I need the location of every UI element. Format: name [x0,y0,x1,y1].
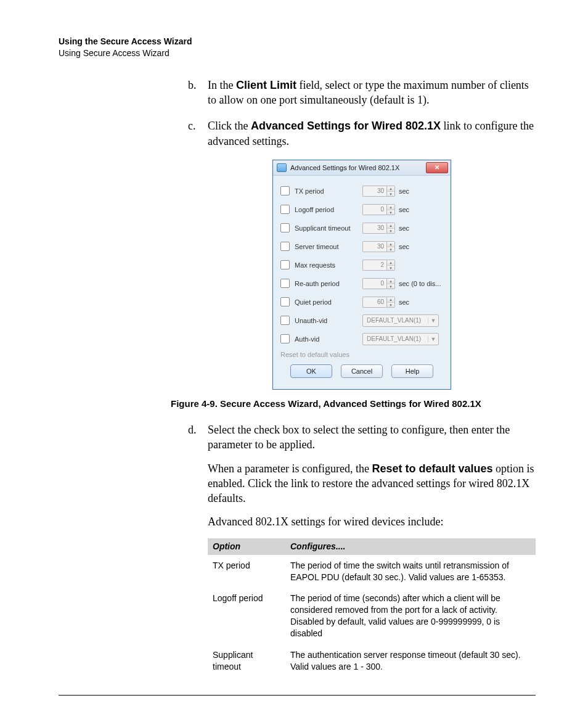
spinner-reauth-period[interactable]: 0 ▲▼ [362,278,395,289]
footer-rule [59,695,536,696]
bold-term: Client Limit [236,79,296,91]
spinner-value: 30 [362,186,386,197]
combo-value: DEFAULT_VLAN(1) [363,334,428,344]
col-header-option: Option [208,538,285,555]
label: Unauth-vid [295,317,362,324]
chevron-up-icon: ▲ [387,223,394,229]
unit-label: sec [399,224,409,232]
unit-label: sec (0 to dis... [399,280,441,287]
spinner-logoff-period[interactable]: 0 ▲▼ [362,204,395,215]
spinner-buttons[interactable]: ▲▼ [386,278,395,289]
dialog-title: Advanced Settings for Wired 802.1X [290,164,422,171]
spinner-buttons[interactable]: ▲▼ [386,204,395,215]
spinner-value: 0 [362,278,386,289]
spinner-buttons[interactable]: ▲▼ [386,260,395,271]
dialog-titlebar: Advanced Settings for Wired 802.1X ✕ [273,160,451,176]
spinner-value: 30 [362,223,386,234]
cell-option: Logoff period [208,588,285,644]
checkbox-reauth-period[interactable] [280,279,290,288]
row-max-requests: Max requests 2 ▲▼ [280,256,443,274]
paragraph: Select the check box to select the setti… [208,422,536,453]
cell-option: Supplicant timeout [208,644,285,678]
spinner-buttons[interactable]: ▲▼ [386,223,395,234]
paragraph: Advanced 802.1X settings for wired devic… [208,514,536,529]
chevron-down-icon: ▼ [387,247,394,252]
spinner-quiet-period[interactable]: 60 ▲▼ [362,297,395,308]
chevron-down-icon: ▼ [387,210,394,215]
label: Quiet period [295,298,362,306]
row-quiet-period: Quiet period 60 ▲▼ sec [280,293,443,311]
chevron-down-icon: ▼ [387,229,394,234]
spinner-server-timeout[interactable]: 30 ▲▼ [362,241,395,252]
row-unauth-vid: Unauth-vid DEFAULT_VLAN(1) ▼ [280,311,443,330]
cell-configures: The period of time the switch waits unti… [285,555,536,588]
checkbox-auth-vid[interactable] [280,334,290,343]
combo-unauth-vid[interactable]: DEFAULT_VLAN(1) ▼ [362,314,439,327]
unit-label: sec [399,206,409,213]
chevron-up-icon: ▲ [387,297,394,303]
text-fragment: When a parameter is configured, the [208,462,372,475]
cancel-button[interactable]: Cancel [341,364,383,378]
step-text: Click the Advanced Settings for Wired 80… [208,118,536,149]
chevron-up-icon: ▲ [387,279,394,284]
chevron-down-icon: ▼ [387,192,394,197]
spinner-max-requests[interactable]: 2 ▲▼ [362,260,395,271]
header-title: Using the Secure Access Wizard [59,36,536,47]
checkbox-max-requests[interactable] [280,260,290,269]
header-subtitle: Using Secure Access Wizard [59,47,536,59]
label: Auth-vid [295,335,362,343]
chevron-up-icon: ▲ [387,260,394,266]
figure-caption: Figure 4-9. Secure Access Wizard, Advanc… [171,398,536,409]
spinner-supplicant-timeout[interactable]: 30 ▲▼ [362,223,395,234]
close-button[interactable]: ✕ [426,162,448,173]
step-marker: b. [188,78,208,108]
reset-link[interactable]: Reset to default values [280,348,443,364]
spinner-value: 0 [362,204,386,215]
dialog-button-bar: OK Cancel Help [280,364,443,385]
label: Supplicant timeout [295,224,362,232]
step-marker: c. [188,118,208,149]
unit-label: sec [399,243,409,250]
spinner-value: 2 [362,260,386,271]
label: Logoff period [295,206,362,213]
chevron-up-icon: ▲ [387,242,394,247]
unit-label: sec [399,187,409,195]
spinner-tx-period[interactable]: 30 ▲▼ [362,186,395,197]
spinner-buttons[interactable]: ▲▼ [386,241,395,252]
table-header-row: Option Configures.... [208,538,536,555]
close-icon: ✕ [435,164,439,171]
checkbox-quiet-period[interactable] [280,297,290,306]
chevron-down-icon: ▼ [387,284,394,289]
combo-value: DEFAULT_VLAN(1) [363,316,428,326]
help-button[interactable]: Help [391,364,433,378]
checkbox-server-timeout[interactable] [280,242,290,251]
col-header-configures: Configures.... [285,538,536,555]
combo-auth-vid[interactable]: DEFAULT_VLAN(1) ▼ [362,333,439,345]
step-b: b. In the Client Limit field, select or … [188,78,536,108]
label: Re-auth period [295,280,362,287]
row-supplicant-timeout: Supplicant timeout 30 ▲▼ sec [280,219,443,237]
bold-term: Reset to default values [372,462,492,475]
ok-button[interactable]: OK [290,364,332,378]
spinner-value: 60 [362,297,386,308]
checkbox-tx-period[interactable] [280,186,290,195]
table-row: Supplicant timeout The authentication se… [208,644,536,678]
step-text: In the Client Limit field, select or typ… [208,78,536,108]
spinner-buttons[interactable]: ▲▼ [386,297,395,308]
checkbox-logoff-period[interactable] [280,205,290,214]
bold-term: Advanced Settings for Wired 802.1X [251,120,441,132]
unit-label: sec [399,298,409,306]
advanced-settings-dialog: Advanced Settings for Wired 802.1X ✕ TX … [272,160,451,390]
paragraph: When a parameter is configured, the Rese… [208,461,536,506]
checkbox-supplicant-timeout[interactable] [280,223,290,232]
chevron-up-icon: ▲ [387,205,394,210]
page-header: Using the Secure Access Wizard Using Sec… [59,36,536,59]
table-row: Logoff period The period of time (second… [208,588,536,644]
spinner-buttons[interactable]: ▲▼ [386,186,395,197]
label: TX period [295,187,362,195]
checkbox-unauth-vid[interactable] [280,316,290,325]
options-table: Option Configures.... TX period The peri… [208,538,536,678]
spinner-value: 30 [362,241,386,252]
chevron-down-icon: ▼ [428,336,438,342]
dialog-body: TX period 30 ▲▼ sec Logoff period 0 ▲▼ [273,176,451,389]
